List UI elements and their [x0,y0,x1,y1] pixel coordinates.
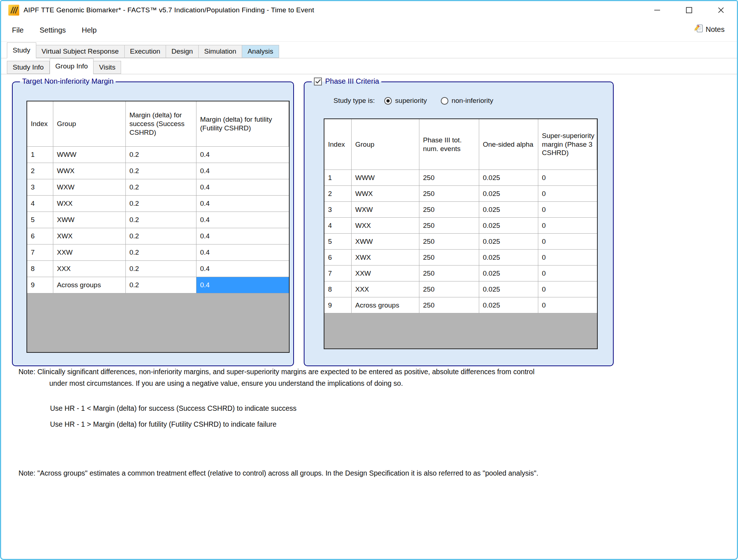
cell-events[interactable]: 250 [419,234,479,250]
cell-super-superiority-margin[interactable]: 0 [538,170,597,186]
cell-margin-success[interactable]: 0.2 [126,196,196,212]
cell-group[interactable]: XXW [53,245,126,261]
cell-index[interactable]: 1 [324,170,352,186]
cell-margin-futility[interactable]: 0.4 [196,163,289,179]
cell-super-superiority-margin[interactable]: 0 [538,186,597,202]
cell-index[interactable]: 2 [27,163,53,179]
cell-alpha[interactable]: 0.025 [479,234,538,250]
cell-margin-futility[interactable]: 0.4 [196,228,289,245]
cell-events[interactable]: 250 [419,250,479,266]
cell-events[interactable]: 250 [419,218,479,234]
cell-super-superiority-margin[interactable]: 0 [538,266,597,281]
cell-group[interactable]: Across groups [53,277,126,293]
cell-index[interactable]: 5 [27,212,53,228]
maximize-button[interactable] [673,1,705,19]
cell-margin-futility[interactable]: 0.4 [196,179,289,196]
cell-index[interactable]: 9 [27,277,53,293]
cell-index[interactable]: 6 [324,250,352,266]
cell-margin-futility[interactable]: 0.4 [196,277,289,293]
cell-group[interactable]: WWW [352,170,419,186]
cell-index[interactable]: 4 [27,196,53,212]
cell-index[interactable]: 7 [27,245,53,261]
cell-alpha[interactable]: 0.025 [479,170,538,186]
cell-margin-futility[interactable]: 0.4 [196,212,289,228]
cell-alpha[interactable]: 0.025 [479,250,538,266]
tab-design[interactable]: Design [166,45,199,58]
cell-group[interactable]: WWW [53,147,126,163]
cell-index[interactable]: 3 [324,202,352,218]
cell-index[interactable]: 8 [324,281,352,297]
tab-virtual-subject-response[interactable]: Virtual Subject Response [36,45,125,58]
cell-margin-success[interactable]: 0.2 [126,212,196,228]
cell-group[interactable]: XXW [352,266,419,281]
cell-group[interactable]: WXX [53,196,126,212]
cell-margin-futility[interactable]: 0.4 [196,261,289,277]
tab-simulation[interactable]: Simulation [199,45,242,58]
cell-events[interactable]: 250 [419,186,479,202]
cell-group[interactable]: Across groups [352,297,419,313]
cell-alpha[interactable]: 0.025 [479,202,538,218]
cell-super-superiority-margin[interactable]: 0 [538,218,597,234]
cell-group[interactable]: XWX [352,250,419,266]
cell-events[interactable]: 250 [419,266,479,281]
cell-margin-success[interactable]: 0.2 [126,245,196,261]
cell-events[interactable]: 250 [419,297,479,313]
cell-super-superiority-margin[interactable]: 0 [538,297,597,313]
superiority-radio[interactable] [384,97,392,105]
cell-index[interactable]: 1 [27,147,53,163]
tab-visits[interactable]: Visits [94,61,121,74]
cell-index[interactable]: 4 [324,218,352,234]
cell-index[interactable]: 2 [324,186,352,202]
tab-execution[interactable]: Execution [125,45,166,58]
cell-group[interactable]: XWW [53,212,126,228]
cell-index[interactable]: 3 [27,179,53,196]
cell-margin-success[interactable]: 0.2 [126,147,196,163]
cell-alpha[interactable]: 0.025 [479,266,538,281]
tab-study-info[interactable]: Study Info [7,61,50,74]
tab-analysis[interactable]: Analysis [242,45,279,58]
close-button[interactable] [705,1,737,19]
cell-index[interactable]: 6 [27,228,53,245]
cell-events[interactable]: 250 [419,281,479,297]
non-inferiority-radio[interactable] [441,97,448,105]
menu-settings[interactable]: Settings [40,26,66,34]
cell-alpha[interactable]: 0.025 [479,297,538,313]
cell-index[interactable]: 5 [324,234,352,250]
cell-group[interactable]: WXX [352,218,419,234]
cell-margin-success[interactable]: 0.2 [126,261,196,277]
cell-events[interactable]: 250 [419,202,479,218]
cell-group[interactable]: XWW [352,234,419,250]
phase-iii-criteria-checkbox[interactable] [314,78,322,85]
cell-margin-success[interactable]: 0.2 [126,228,196,245]
cell-alpha[interactable]: 0.025 [479,281,538,297]
cell-group[interactable]: WWX [53,163,126,179]
cell-index[interactable]: 7 [324,266,352,281]
cell-alpha[interactable]: 0.025 [479,218,538,234]
cell-super-superiority-margin[interactable]: 0 [538,281,597,297]
cell-margin-futility[interactable]: 0.4 [196,245,289,261]
cell-super-superiority-margin[interactable]: 0 [538,250,597,266]
cell-margin-success[interactable]: 0.2 [126,277,196,293]
tab-group-info[interactable]: Group Info [50,58,94,74]
cell-index[interactable]: 9 [324,297,352,313]
cell-super-superiority-margin[interactable]: 0 [538,234,597,250]
cell-group[interactable]: WXW [53,179,126,196]
cell-group[interactable]: WWX [352,186,419,202]
tab-study[interactable]: Study [7,42,36,58]
cell-group[interactable]: XXX [352,281,419,297]
cell-margin-success[interactable]: 0.2 [126,163,196,179]
cell-alpha[interactable]: 0.025 [479,186,538,202]
cell-margin-futility[interactable]: 0.4 [196,147,289,163]
menu-help[interactable]: Help [82,26,97,34]
menu-file[interactable]: File [12,26,24,34]
cell-events[interactable]: 250 [419,170,479,186]
cell-group[interactable]: XXX [53,261,126,277]
cell-margin-success[interactable]: 0.2 [126,179,196,196]
minimize-button[interactable] [641,1,673,19]
cell-super-superiority-margin[interactable]: 0 [538,202,597,218]
cell-margin-futility[interactable]: 0.4 [196,196,289,212]
cell-index[interactable]: 8 [27,261,53,277]
cell-group[interactable]: XWX [53,228,126,245]
cell-group[interactable]: WXW [352,202,419,218]
notes-button[interactable]: Notes [694,24,725,35]
